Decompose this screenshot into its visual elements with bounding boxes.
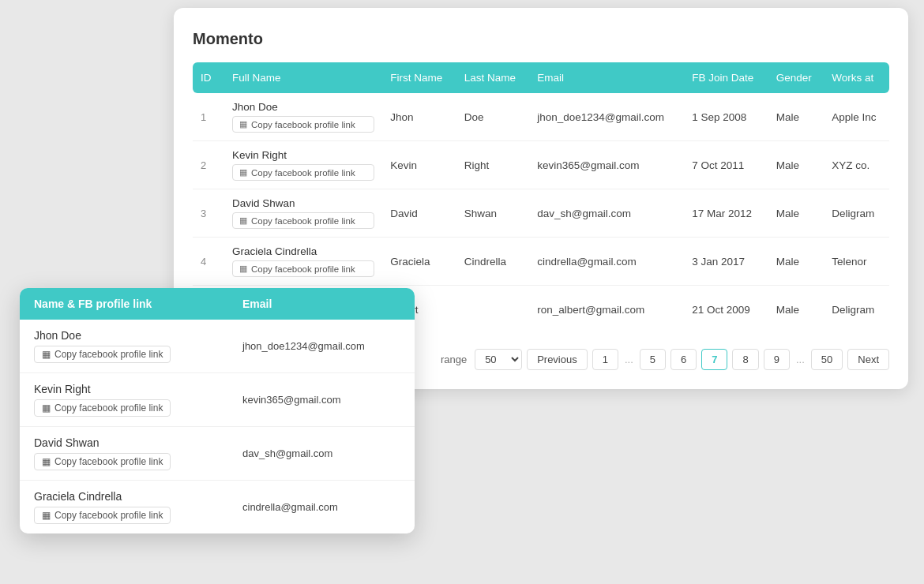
cell-firstname-0: Jhon (382, 93, 456, 141)
overlay-card: Name & FB profile link Email Jhon Doe ▦ … (20, 288, 415, 533)
app-title: Momento (193, 30, 889, 48)
page-8[interactable]: 8 (732, 349, 758, 370)
col-header-worksat: Works at (824, 62, 889, 93)
copy-label-2: Copy facebook profile link (251, 216, 355, 226)
overlay-copy-btn-0[interactable]: ▦ Copy facebook profile link (34, 346, 171, 363)
overlay-email-0: jhon_doe1234@gmail.com (242, 340, 400, 352)
cell-fullname-2: David Shwan ▦ Copy facebook profile link (224, 189, 382, 238)
name-text-0: Jhon Doe (232, 101, 374, 113)
table-row: 2 Kevin Right ▦ Copy facebook profile li… (193, 141, 889, 189)
cell-fbdate-0: 1 Sep 2008 (684, 93, 768, 141)
overlay-email-1: kevin365@gmail.com (242, 394, 400, 406)
page-1[interactable]: 1 (592, 349, 618, 370)
cell-email-0: jhon_doe1234@gmail.com (529, 93, 684, 141)
cell-firstname-2: David (382, 189, 456, 238)
cell-lastname-4 (456, 286, 530, 334)
overlay-name-2: David Shwan (34, 436, 242, 449)
cell-worksat-4: Deligram (824, 286, 889, 334)
col-header-fullname: Full Name (224, 62, 382, 93)
overlay-header: Name & FB profile link Email (20, 288, 415, 320)
cell-id-1: 2 (193, 141, 224, 189)
cell-email-2: dav_sh@gmail.com (529, 189, 684, 238)
copy-label-3: Copy facebook profile link (251, 264, 355, 274)
dots-1: ... (623, 354, 635, 365)
overlay-name-cell-0: Jhon Doe ▦ Copy facebook profile link (34, 329, 242, 363)
page-9[interactable]: 9 (764, 349, 790, 370)
cell-id-3: 4 (193, 238, 224, 286)
range-label: range (441, 354, 467, 365)
overlay-row: Kevin Right ▦ Copy facebook profile link… (20, 373, 415, 427)
overlay-name-3: Graciela Cindrella (34, 490, 242, 503)
overlay-name-cell-3: Graciela Cindrella ▦ Copy facebook profi… (34, 490, 242, 524)
overlay-copy-label-0: Copy facebook profile link (54, 349, 163, 360)
copy-icon-3: ▦ (239, 264, 247, 274)
copy-btn-0[interactable]: ▦ Copy facebook profile link (232, 116, 374, 133)
page-50[interactable]: 50 (811, 349, 843, 370)
name-text-2: David Shwan (232, 197, 374, 209)
cell-lastname-3: Cindrella (456, 238, 530, 286)
copy-btn-3[interactable]: ▦ Copy facebook profile link (232, 260, 374, 277)
overlay-copy-label-3: Copy facebook profile link (54, 510, 163, 521)
cell-lastname-2: Shwan (456, 189, 530, 238)
cell-lastname-1: Right (456, 141, 530, 189)
cell-gender-3: Male (768, 238, 824, 286)
overlay-row: Jhon Doe ▦ Copy facebook profile link jh… (20, 320, 415, 373)
cell-worksat-3: Telenor (824, 238, 889, 286)
cell-email-1: kevin365@gmail.com (529, 141, 684, 189)
name-text-1: Kevin Right (232, 149, 374, 161)
overlay-copy-label-1: Copy facebook profile link (54, 402, 163, 414)
cell-worksat-1: XYZ co. (824, 141, 889, 189)
col-header-gender: Gender (768, 62, 824, 93)
table-row: 1 Jhon Doe ▦ Copy facebook profile link … (193, 93, 889, 141)
prev-button[interactable]: Previous (527, 349, 588, 370)
copy-label-1: Copy facebook profile link (251, 168, 355, 178)
overlay-copy-btn-3[interactable]: ▦ Copy facebook profile link (34, 507, 171, 524)
cell-gender-0: Male (768, 93, 824, 141)
overlay-col2-header: Email (242, 298, 400, 310)
dots-2: ... (794, 354, 806, 365)
cell-gender-4: Male (768, 286, 824, 334)
copy-btn-2[interactable]: ▦ Copy facebook profile link (232, 212, 374, 229)
page-5[interactable]: 5 (640, 349, 666, 370)
table-row: 3 David Shwan ▦ Copy facebook profile li… (193, 189, 889, 238)
cell-fbdate-3: 3 Jan 2017 (684, 238, 768, 286)
cell-id-0: 1 (193, 93, 224, 141)
overlay-row: David Shwan ▦ Copy facebook profile link… (20, 427, 415, 481)
next-button[interactable]: Next (847, 349, 889, 370)
overlay-name-1: Kevin Right (34, 383, 242, 395)
overlay-email-3: cindrella@gmail.com (242, 501, 400, 513)
cell-firstname-3: Graciela (382, 238, 456, 286)
overlay-name-cell-2: David Shwan ▦ Copy facebook profile link (34, 436, 242, 470)
overlay-copy-btn-2[interactable]: ▦ Copy facebook profile link (34, 453, 171, 470)
page-7[interactable]: 7 (701, 349, 727, 370)
cell-fullname-0: Jhon Doe ▦ Copy facebook profile link (224, 93, 382, 141)
copy-label-0: Copy facebook profile link (251, 120, 355, 129)
overlay-copy-icon-2: ▦ (42, 456, 51, 467)
cell-gender-2: Male (768, 189, 824, 238)
page-6[interactable]: 6 (670, 349, 697, 370)
copy-icon-0: ▦ (239, 119, 247, 129)
col-header-fbdate: FB Join Date (684, 62, 768, 93)
cell-worksat-2: Deligram (824, 189, 889, 238)
range-select[interactable]: 50 25 100 (475, 349, 522, 370)
cell-worksat-0: Apple Inc (824, 93, 889, 141)
overlay-copy-btn-1[interactable]: ▦ Copy facebook profile link (34, 399, 171, 417)
cell-firstname-1: Kevin (382, 141, 456, 189)
col-header-id: ID (193, 62, 224, 93)
cell-lastname-0: Doe (456, 93, 530, 141)
name-text-3: Graciela Cindrella (232, 245, 374, 257)
cell-id-2: 3 (193, 189, 224, 238)
cell-email-3: cindrella@gmail.com (529, 238, 684, 286)
cell-fullname-1: Kevin Right ▦ Copy facebook profile link (224, 141, 382, 189)
overlay-copy-label-2: Copy facebook profile link (54, 456, 163, 467)
overlay-copy-icon-3: ▦ (42, 510, 51, 521)
overlay-copy-icon-0: ▦ (42, 349, 51, 360)
copy-btn-1[interactable]: ▦ Copy facebook profile link (232, 164, 374, 181)
copy-icon-2: ▦ (239, 215, 247, 226)
cell-fbdate-2: 17 Mar 2012 (684, 189, 768, 238)
table-row: 4 Graciela Cindrella ▦ Copy facebook pro… (193, 238, 889, 286)
cell-email-4: ron_albert@gmail.com (529, 286, 684, 334)
col-header-lastname: Last Name (456, 62, 530, 93)
overlay-name-cell-1: Kevin Right ▦ Copy facebook profile link (34, 383, 242, 417)
overlay-name-0: Jhon Doe (34, 329, 242, 342)
